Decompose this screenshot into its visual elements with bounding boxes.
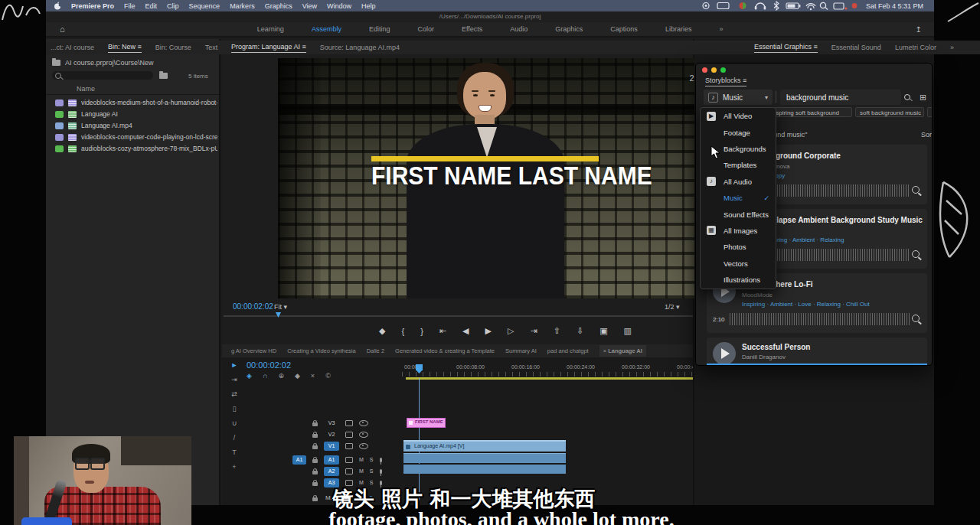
menu-view[interactable]: View [302, 2, 317, 10]
menu-window[interactable]: Window [327, 2, 351, 10]
go-to-out-icon[interactable]: ⇥ [530, 326, 537, 336]
sequence-tab[interactable]: Generated video & creating a Template [395, 347, 495, 354]
label-swatch[interactable] [55, 99, 64, 106]
file-row[interactable]: audioblocks-cozy-atmosphere-78-mix_BDLx-… [55, 143, 217, 154]
storyblocks-tab[interactable]: Storyblocks ≡ [705, 77, 746, 86]
workspace-overflow-icon[interactable]: » [719, 25, 723, 33]
captions-icon[interactable]: © [325, 372, 331, 380]
video-clip-language-ai[interactable]: Language AI.mp4 [V] [403, 440, 566, 452]
export-share-icon[interactable]: ↥ [916, 25, 922, 34]
toggle-track-output-icon[interactable] [359, 443, 368, 449]
work-area-bar[interactable] [406, 377, 693, 380]
program-video-frame[interactable]: FIRST NAME LAST NAME 2023 [278, 58, 739, 298]
close-traffic-light[interactable] [702, 67, 707, 73]
sync-lock-icon[interactable] [345, 420, 353, 426]
workspace-tab-graphics[interactable]: Graphics [555, 25, 583, 33]
play-button[interactable] [713, 342, 736, 365]
sequence-tab[interactable]: g AI Overview HD [231, 347, 276, 354]
menu-item-footage[interactable]: Footage [701, 124, 776, 140]
menu-file[interactable]: File [124, 2, 136, 10]
panel-menu-icon[interactable]: ≡ [814, 43, 818, 51]
lock-icon[interactable] [312, 471, 318, 474]
timeline-ruler-strip[interactable] [402, 372, 694, 377]
audio-clip-a1[interactable] [403, 453, 566, 463]
lock-icon[interactable] [312, 445, 318, 449]
lock-icon[interactable] [312, 459, 318, 463]
menu-item-all-audio[interactable]: ♪All Audio [701, 174, 776, 190]
menu-item-music[interactable]: Music✓ [701, 190, 776, 206]
find-similar-icon[interactable] [912, 186, 920, 194]
solo-button[interactable]: S [370, 480, 374, 485]
search-icon[interactable] [904, 94, 910, 100]
marker-icon[interactable]: ◆ [295, 372, 300, 380]
razor-tool-icon[interactable]: ▯ [233, 405, 237, 412]
menu-markers[interactable]: Markers [230, 2, 255, 10]
sequence-tab-active[interactable]: × Language AI [599, 345, 646, 357]
slip-tool-icon[interactable]: ∪ [232, 419, 237, 427]
step-back-icon[interactable]: ◀ [462, 326, 469, 336]
mute-button[interactable]: M [359, 457, 364, 462]
menu-item-all-images[interactable]: ▦All Images [701, 223, 776, 239]
step-forward-icon[interactable]: ▷ [508, 326, 514, 336]
program-scrubber[interactable] [224, 315, 693, 317]
tab-bin-course[interactable]: Bin: Course [155, 44, 191, 51]
comparison-view-icon[interactable]: ▥ [624, 326, 632, 336]
sequence-tab[interactable]: Dalle 2 [367, 347, 384, 354]
program-timecode[interactable]: 00:00:02:02 [233, 302, 273, 311]
selection-tool-icon[interactable]: ► [231, 361, 238, 369]
file-row[interactable]: Language AI.mp4 [55, 120, 132, 131]
storyblocks-search-input[interactable] [780, 90, 901, 105]
add-marker-icon[interactable]: ◆ [379, 326, 385, 336]
menu-app-name[interactable]: Premiere Pro [71, 2, 114, 10]
waveform[interactable] [730, 313, 910, 325]
label-swatch[interactable] [55, 134, 64, 141]
tab-lumetri-color[interactable]: Lumetri Color [895, 44, 936, 51]
track-label[interactable]: A2 [324, 467, 339, 476]
lock-icon[interactable] [312, 422, 318, 426]
audio-result-card[interactable]: Successful Person Daniil Draganov [707, 338, 927, 365]
playhead-line[interactable] [419, 378, 420, 501]
menubar-clock[interactable]: Sat Feb 4 5:31 PM [866, 2, 923, 10]
tab-text[interactable]: Text [205, 44, 218, 51]
sequence-tab[interactable]: Creating a Video synthesia [287, 347, 356, 354]
mark-in-icon[interactable]: { [401, 327, 404, 336]
apple-logo-icon[interactable] [54, 2, 61, 10]
playback-resolution-dropdown[interactable]: 1/2 ▾ [665, 303, 680, 311]
label-swatch[interactable] [55, 145, 64, 152]
column-header-name[interactable]: Name [77, 85, 95, 93]
voiceover-record-icon[interactable] [380, 469, 382, 474]
file-row[interactable]: videoblocks-computer-code-playing-on-lcd… [55, 132, 217, 142]
toggle-track-output-icon[interactable] [359, 420, 368, 426]
search-chip[interactable]: an [927, 107, 933, 117]
search-chip[interactable]: inspiring soft background [766, 107, 852, 117]
tab-program[interactable]: Program: Language AI ≡ [231, 43, 306, 53]
workspace-tab-audio[interactable]: Audio [510, 25, 528, 33]
file-row[interactable]: videoblocks-medium-shot-of-a-humanoid-ro… [55, 97, 217, 108]
menu-help[interactable]: Help [361, 2, 376, 10]
menu-edit[interactable]: Edit [145, 2, 158, 10]
mute-button[interactable]: M [359, 468, 364, 474]
workspace-tab-libraries[interactable]: Libraries [665, 25, 692, 33]
workspace-tab-editing[interactable]: Editing [369, 25, 390, 33]
right-tabs-overflow-icon[interactable]: » [950, 44, 954, 51]
track-label[interactable]: V3 [324, 419, 339, 428]
track-label[interactable]: A1 [324, 455, 339, 465]
tab-project-ai-course[interactable]: ...ct: AI course [51, 44, 94, 51]
tab-source[interactable]: Source: Language AI.mp4 [320, 44, 400, 51]
source-patch-a1[interactable]: A1 [292, 455, 306, 465]
sync-lock-icon[interactable] [345, 468, 353, 474]
label-swatch[interactable] [55, 122, 64, 129]
sort-control[interactable]: Sort [921, 131, 933, 139]
menu-item-vectors[interactable]: Vectors [701, 256, 776, 272]
voiceover-record-icon[interactable] [380, 481, 382, 485]
menu-item-templates[interactable]: Templates [701, 157, 776, 173]
find-similar-icon[interactable] [912, 250, 920, 258]
panel-menu-icon[interactable]: ≡ [138, 43, 142, 51]
timeline-timecode[interactable]: 00:00:02:02 [247, 360, 291, 370]
workspace-tab-color[interactable]: Color [417, 25, 434, 33]
solo-button[interactable]: S [370, 457, 374, 462]
project-search-box[interactable] [52, 71, 153, 80]
voiceover-record-icon[interactable] [380, 458, 382, 462]
go-to-in-icon[interactable]: ⇤ [439, 326, 446, 336]
label-swatch[interactable] [55, 111, 64, 118]
